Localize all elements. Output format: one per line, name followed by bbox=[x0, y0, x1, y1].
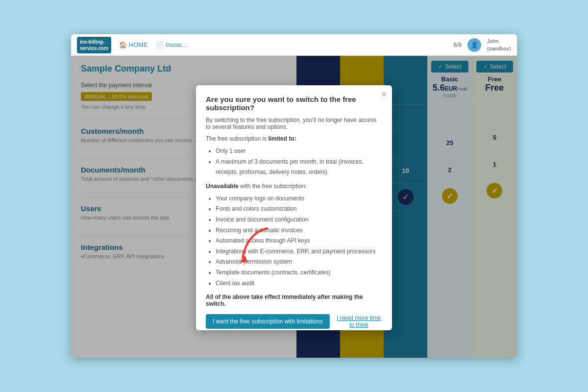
nav-invoices[interactable]: 📄 Invoic... bbox=[156, 41, 188, 49]
unavailable-list: Your company logo on documentsFonts and … bbox=[206, 194, 382, 289]
confirm-free-button[interactable]: I want the free subscription with limita… bbox=[206, 314, 330, 329]
modal-title: Are you sure you want to switch to the f… bbox=[206, 95, 382, 112]
nav-bar: ine-billing- service.com 🏠 HOME 📄 Invoic… bbox=[71, 34, 517, 56]
list-item: Automated access through API keys bbox=[216, 236, 382, 246]
page-counter: 6/8 bbox=[453, 42, 462, 49]
list-item: Recurring and automatic invoices bbox=[216, 225, 382, 236]
list-item: Fonts and colors customization bbox=[216, 204, 382, 215]
modal-actions: I want the free subscription with limita… bbox=[206, 314, 382, 329]
list-item: A maximum of 3 documents per month, in t… bbox=[216, 157, 382, 178]
list-item: Advanced permission system bbox=[216, 257, 382, 268]
list-item: Invoice and document configuration bbox=[216, 215, 382, 225]
think-later-button[interactable]: I need more time to think bbox=[336, 315, 382, 328]
limited-list: Only 1 userA maximum of 3 documents per … bbox=[206, 146, 382, 178]
confirmation-modal: × Are you sure you want to switch to the… bbox=[196, 85, 392, 330]
list-item: Integrations with E-commerce, ERP, and p… bbox=[216, 246, 382, 257]
user-info: John (sandbox) bbox=[487, 38, 511, 52]
home-icon: 🏠 bbox=[119, 41, 127, 49]
unavailable-section: Unavailable with the free subscription: bbox=[206, 183, 382, 190]
list-item: Only 1 user bbox=[216, 146, 382, 157]
invoice-icon: 📄 bbox=[156, 41, 164, 49]
modal-warning: All of the above take effect immediately… bbox=[206, 294, 382, 307]
nav-right: 6/8 👤 John (sandbox) bbox=[453, 38, 511, 52]
limited-section: The free subscription is limited to: bbox=[206, 135, 382, 142]
list-item: Template documents (contracts, certifica… bbox=[216, 268, 382, 278]
browser-window: ine-billing- service.com 🏠 HOME 📄 Invoic… bbox=[71, 34, 517, 358]
nav-home[interactable]: 🏠 HOME bbox=[119, 41, 148, 49]
main-content: Sample Company Ltd Select the payment in… bbox=[71, 56, 517, 358]
list-item: Your company logo on documents bbox=[216, 194, 382, 204]
app-logo: ine-billing- service.com bbox=[77, 37, 111, 53]
modal-subtitle: By switching to the free subscription, y… bbox=[206, 117, 382, 130]
avatar: 👤 bbox=[467, 38, 481, 52]
modal-close-button[interactable]: × bbox=[382, 90, 386, 99]
list-item: Client tax audit bbox=[216, 278, 382, 289]
modal-backdrop: × Are you sure you want to switch to the… bbox=[71, 56, 517, 358]
